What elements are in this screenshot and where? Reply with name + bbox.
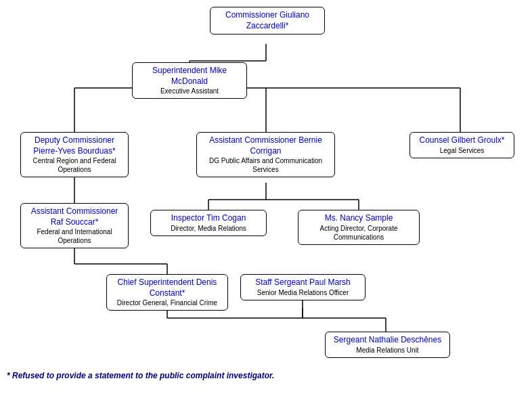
org-chart: Commissioner Giuliano Zaccardelli* Super… — [0, 0, 532, 386]
staff-sergeant-title: Staff Sergeant Paul Marsh — [245, 277, 361, 288]
connector-lines — [0, 0, 532, 386]
counsel-node: Counsel Gilbert Groulx* Legal Services — [409, 132, 514, 158]
chief-subtitle: Director General, Financial Crime — [111, 298, 223, 307]
assistant-raf-subtitle: Federal and International Operations — [25, 227, 124, 245]
staff-sergeant-subtitle: Senior Media Relations Officer — [245, 288, 361, 297]
assistant-bernie-node: Assistant Commissioner Bernie Corrigan D… — [196, 132, 335, 177]
inspector-title: Inspector Tim Cogan — [155, 213, 262, 224]
inspector-node: Inspector Tim Cogan Director, Media Rela… — [150, 210, 267, 236]
counsel-title: Counsel Gilbert Groulx* — [414, 135, 510, 146]
sergeant-title: Sergeant Nathalie Deschênes — [330, 335, 445, 346]
nancy-node: Ms. Nancy Sample Acting Director, Corpor… — [298, 210, 420, 245]
superintendent-node: Superintendent Mike McDonald Executive A… — [132, 62, 247, 99]
assistant-raf-title: Assistant Commissioner Raf Souccar* — [25, 206, 124, 227]
superintendent-subtitle: Executive Assistant — [137, 87, 242, 95]
superintendent-title: Superintendent Mike McDonald — [137, 66, 242, 87]
staff-sergeant-node: Staff Sergeant Paul Marsh Senior Media R… — [240, 274, 365, 300]
chief-node: Chief Superintendent Denis Constant* Dir… — [106, 274, 228, 311]
counsel-subtitle: Legal Services — [414, 146, 510, 155]
commissioner-node: Commissioner Giuliano Zaccardelli* — [210, 7, 325, 35]
chief-title: Chief Superintendent Denis Constant* — [111, 277, 223, 298]
assistant-bernie-subtitle: DG Public Affairs and Communication Serv… — [201, 156, 330, 174]
sergeant-node: Sergeant Nathalie Deschênes Media Relati… — [325, 332, 450, 358]
commissioner-title: Commissioner Giuliano Zaccardelli* — [225, 10, 309, 30]
nancy-subtitle: Acting Director, Corporate Communication… — [303, 224, 415, 242]
deputy-subtitle: Central Region and Federal Operations — [25, 156, 124, 174]
assistant-bernie-title: Assistant Commissioner Bernie Corrigan — [201, 135, 330, 156]
deputy-node: Deputy Commissioner Pierre-Yves Bourduas… — [20, 132, 129, 177]
sergeant-subtitle: Media Relations Unit — [330, 346, 445, 355]
nancy-title: Ms. Nancy Sample — [303, 213, 415, 224]
assistant-raf-node: Assistant Commissioner Raf Souccar* Fede… — [20, 203, 129, 248]
inspector-subtitle: Director, Media Relations — [155, 224, 262, 233]
deputy-title: Deputy Commissioner Pierre-Yves Bourduas… — [25, 135, 124, 156]
footnote: * Refused to provide a statement to the … — [7, 371, 274, 380]
